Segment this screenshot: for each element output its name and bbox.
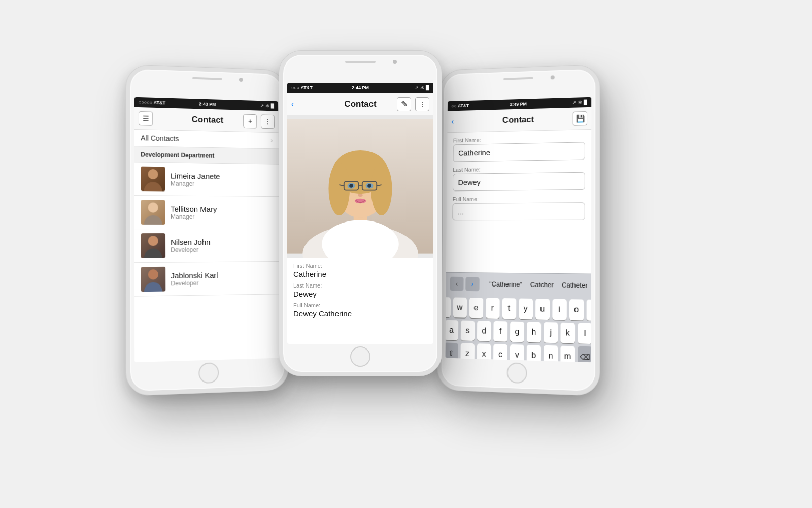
carrier-1: ○○○○○ AT&T [139, 100, 165, 106]
key-v[interactable]: v [510, 344, 524, 362]
contact-fields: First Name: Catherine Last Name: Dewey F… [287, 258, 433, 327]
contact-name-2: Tellitson Mary [171, 204, 274, 213]
save-button[interactable]: 💾 [573, 111, 587, 126]
contact-item-1[interactable]: Limeira Janete Manager [134, 162, 279, 197]
autocorrect-word-2[interactable]: Catcher [530, 281, 554, 289]
home-button-1[interactable] [198, 362, 219, 384]
autocorrect-word-3[interactable]: Catheter [562, 281, 588, 289]
keyboard: q w e r t y u i o p a s [445, 294, 591, 362]
avatar-4 [141, 267, 165, 292]
time-1: 2:43 PM [199, 101, 216, 107]
key-x[interactable]: x [477, 343, 491, 362]
add-button[interactable]: + [243, 114, 257, 128]
svg-point-4 [144, 215, 162, 225]
back-button-2[interactable]: ‹ [291, 100, 294, 109]
key-g[interactable]: g [510, 322, 524, 342]
full-name-input[interactable] [452, 202, 585, 220]
all-contacts-row[interactable]: All Contacts › [134, 130, 279, 149]
key-m[interactable]: m [560, 346, 575, 363]
avatar-1 [141, 167, 165, 192]
svg-point-1 [144, 182, 162, 192]
key-r[interactable]: r [485, 298, 499, 319]
avatar-3 [141, 233, 165, 258]
key-l[interactable]: l [578, 323, 591, 344]
key-p[interactable]: p [586, 300, 591, 321]
kb-row-2: a s d f g h j k l [448, 320, 589, 344]
contact-item-3[interactable]: Nilsen John Developer [134, 229, 280, 263]
prev-suggestion-btn[interactable]: ‹ [450, 276, 463, 291]
key-q[interactable]: q [445, 297, 450, 318]
nav-title-1: Contact [192, 114, 223, 125]
contact-name-3: Nilsen John [171, 237, 274, 246]
nav-right-2: ✎ ⋮ [397, 97, 429, 111]
full-name-label-2: Full Name: [293, 302, 427, 308]
key-k[interactable]: k [560, 323, 575, 344]
contact-role-2: Manager [171, 213, 274, 220]
contact-item-4[interactable]: Jablonski Karl Developer [134, 262, 280, 297]
home-button-2[interactable] [350, 346, 370, 367]
last-name-value-2: Dewey [293, 290, 427, 298]
hamburger-button[interactable]: ☰ [139, 111, 153, 126]
first-name-label-2: First Name: [293, 263, 427, 269]
key-b[interactable]: b [527, 345, 541, 362]
next-suggestion-btn[interactable]: › [465, 277, 479, 291]
status-icons-1: ↗ ✻ ▉ [260, 103, 275, 109]
home-button-3[interactable] [507, 362, 527, 384]
more-button-1[interactable]: ⋮ [261, 114, 275, 129]
key-f[interactable]: f [493, 321, 507, 342]
nav-title-2: Contact [344, 99, 376, 109]
svg-point-29 [358, 194, 362, 197]
status-icons-3: ↗ ✻ ▉ [572, 100, 587, 105]
edit-last-name-label: Last Name: [453, 165, 585, 173]
svg-point-0 [148, 169, 158, 179]
key-t[interactable]: t [502, 298, 516, 319]
carrier-3: ○○ AT&T [451, 103, 469, 109]
key-u[interactable]: u [535, 299, 550, 320]
key-y[interactable]: y [519, 298, 533, 319]
nav-left-3: ‹ [451, 117, 454, 126]
autocorrect-word-1[interactable]: "Catherine" [489, 280, 522, 289]
key-w[interactable]: w [453, 297, 466, 318]
nav-left-2: ‹ [291, 100, 294, 109]
key-e[interactable]: e [469, 298, 483, 318]
nav-bar-2: ‹ Contact ✎ ⋮ [287, 93, 433, 115]
key-c[interactable]: c [493, 344, 507, 362]
all-contacts-label: All Contacts [141, 134, 179, 143]
key-z[interactable]: z [460, 343, 475, 362]
section-header: Development Department [134, 146, 279, 165]
kb-row-1: q w e r t y u i o p [448, 297, 589, 320]
autocorrect-bar: ‹ › "Catherine" Catcher Catheter Done [446, 272, 591, 297]
edit-button[interactable]: ✎ [397, 97, 411, 111]
shift-key[interactable]: ⇧ [445, 343, 458, 363]
key-n[interactable]: n [544, 345, 558, 362]
edit-contact-screen: First Name: Last Name: Full Name: ‹ › "C… [445, 130, 591, 362]
key-s[interactable]: s [461, 320, 475, 341]
contact-info-4: Jablonski Karl Developer [171, 270, 274, 287]
kb-row-3: ⇧ z x c v b n m ⌫ [447, 343, 589, 363]
key-i[interactable]: i [552, 299, 566, 320]
delete-key[interactable]: ⌫ [578, 346, 591, 363]
svg-point-9 [148, 269, 158, 280]
back-button-3[interactable]: ‹ [451, 117, 454, 126]
time-2: 2:44 PM [352, 85, 369, 90]
contact-info-1: Limeira Janete Manager [171, 171, 273, 188]
key-j[interactable]: j [544, 322, 558, 343]
last-name-input[interactable] [453, 172, 585, 192]
status-bar-2: ○○○ AT&T 2:44 PM ↗ ✻ ▉ [287, 83, 433, 93]
main-scene: ○○○○○ AT&T 2:43 PM ↗ ✻ ▉ ☰ Contact + ⋮ [101, 25, 710, 483]
key-h[interactable]: h [527, 322, 541, 342]
time-3: 2:49 PM [510, 101, 526, 107]
first-name-value-2: Catherine [293, 270, 427, 278]
first-name-input[interactable] [453, 142, 585, 162]
key-o[interactable]: o [569, 299, 584, 320]
contact-name-1: Limeira Janete [171, 171, 273, 181]
contact-info-3: Nilsen John Developer [171, 237, 274, 253]
key-a[interactable]: a [445, 320, 458, 340]
screen-1: ○○○○○ AT&T 2:43 PM ↗ ✻ ▉ ☰ Contact + ⋮ [134, 97, 281, 362]
nav-right-1: + ⋮ [243, 114, 275, 129]
key-d[interactable]: d [477, 321, 491, 341]
phone-2: ○○○ AT&T 2:44 PM ↗ ✻ ▉ ‹ Contact ✎ ⋮ [279, 51, 442, 376]
more-button-2[interactable]: ⋮ [415, 97, 429, 111]
contact-item-2[interactable]: Tellitson Mary Manager [134, 196, 279, 229]
full-name-value-2: Dewey Catherine [293, 309, 427, 318]
